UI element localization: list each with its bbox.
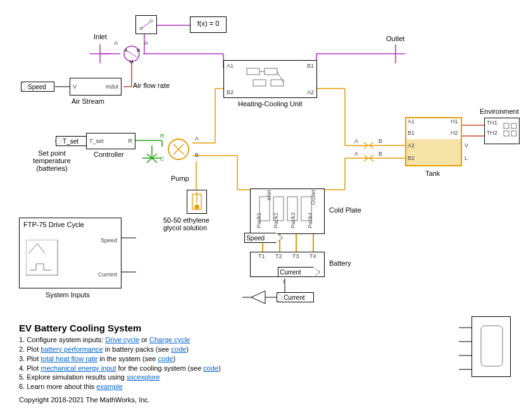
note-6[interactable]: 6. Learn more about this example <box>19 382 291 392</box>
tset-from-tag[interactable]: T_set <box>56 136 89 146</box>
svg-line-28 <box>147 154 157 163</box>
coldplate-caption: Cold Plate <box>329 206 361 214</box>
solver-config-block[interactable]: f(x) = 0 <box>190 16 227 33</box>
si-port-speed: Speed <box>101 237 117 244</box>
environment-block[interactable]: TH1 TH2 <box>484 118 520 144</box>
air-stream-block[interactable]: V mdot <box>70 78 122 96</box>
environment-label: Environment <box>480 108 519 115</box>
link-charge-cycle: Charge cycle <box>149 336 190 343</box>
svg-rect-70 <box>504 123 509 128</box>
system-inputs-title: FTP-75 Drive Cycle <box>23 221 84 228</box>
tank-caption: Tank <box>425 170 440 177</box>
copyright: Copyright 2018-2021 The MathWorks, Inc. <box>19 396 150 404</box>
link-drive-cycle: Drive cycle <box>105 336 139 343</box>
svg-rect-71 <box>511 123 516 128</box>
system-inputs-caption: System Inputs <box>46 291 90 299</box>
svg-rect-58 <box>271 80 284 86</box>
svg-line-51 <box>127 51 137 57</box>
setpoint-label: Set point temperature (batteries) <box>27 149 77 172</box>
speed-from-tag[interactable]: Speed <box>22 82 54 92</box>
airstream-port-mdot: mdot <box>106 83 118 90</box>
svg-text:B: B <box>137 47 140 53</box>
fan-block[interactable]: ABM <box>120 46 143 66</box>
scope-block[interactable] <box>472 316 511 377</box>
svg-text:A: A <box>124 47 128 53</box>
svg-line-60 <box>277 71 284 83</box>
note-5[interactable]: 5. Explore simulation results using ssce… <box>19 373 291 382</box>
ps-converter-icon[interactable] <box>250 290 268 305</box>
airstream-port-v: V <box>73 83 77 90</box>
si-port-current: Current <box>98 271 117 278</box>
outlet-label: Outlet <box>386 35 404 42</box>
system-inputs-block[interactable]: FTP-75 Drive Cycle Speed Current <box>19 218 122 288</box>
svg-point-64 <box>195 205 199 209</box>
port-a-label-2: A <box>144 40 148 46</box>
notes-list: 1. Configure system inputs: Drive cycle … <box>19 335 291 392</box>
inlet-label: Inlet <box>94 33 107 40</box>
svg-rect-72 <box>504 131 509 136</box>
note-4[interactable]: 4. Plot mechanical energy input for the … <box>19 364 291 373</box>
pump-block[interactable] <box>163 135 194 164</box>
battery-caption: Battery <box>329 259 351 267</box>
airstream-caption: Air Stream <box>72 97 104 105</box>
heating-cooling-block[interactable]: A1 B1 B2 A2 <box>223 60 317 98</box>
svg-line-27 <box>147 154 157 163</box>
note-2[interactable]: 2. Plot battery performance in battery p… <box>19 345 291 354</box>
hc-caption: Heating-Cooling Unit <box>238 100 303 108</box>
pump-caption: Pump <box>171 175 189 182</box>
solver-label: f(x) = 0 <box>197 20 220 27</box>
airflow-label: Air flow rate <box>133 82 170 89</box>
current-goto-tag[interactable]: Current <box>278 267 313 277</box>
svg-line-49 <box>141 22 150 28</box>
svg-rect-75 <box>481 326 503 366</box>
svg-rect-57 <box>253 80 266 86</box>
diagram-title: EV Battery Cooling System <box>19 323 141 333</box>
controller-caption: Controller <box>94 151 124 158</box>
svg-marker-69 <box>251 291 265 304</box>
svg-point-48 <box>150 20 153 22</box>
note-1[interactable]: 1. Configure system inputs: Drive cycle … <box>19 335 291 345</box>
current-from-tag[interactable]: Current <box>277 292 314 302</box>
svg-rect-55 <box>247 68 259 75</box>
note-3[interactable]: 3. Plot total heat flow rate in the syst… <box>19 354 291 364</box>
fluid-note: 50-50 ethylene glycol solution <box>163 216 233 232</box>
svg-rect-73 <box>511 131 516 136</box>
speed-goto-tag[interactable]: Speed <box>244 233 276 243</box>
manual-switch-block[interactable] <box>135 15 157 34</box>
port-a-label: A <box>114 40 118 46</box>
svg-text:M: M <box>129 59 134 65</box>
svg-rect-56 <box>265 68 277 75</box>
controller-block[interactable]: T_set R <box>86 133 135 149</box>
fluid-props-block[interactable] <box>187 190 207 214</box>
